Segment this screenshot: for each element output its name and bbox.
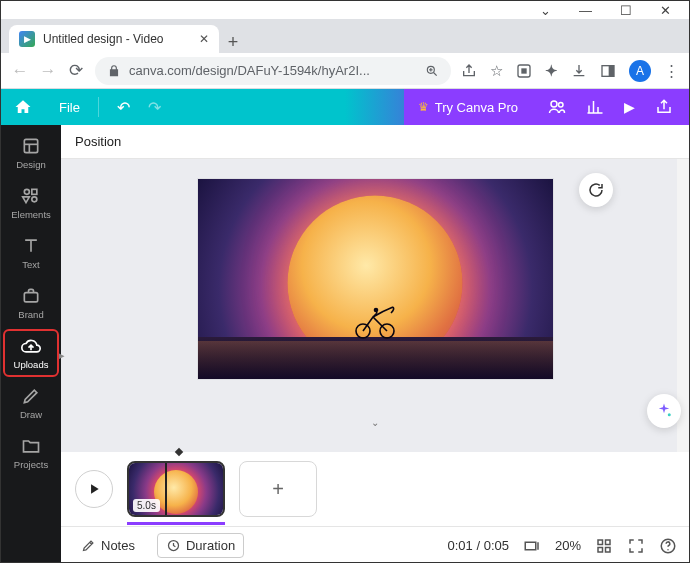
home-icon (14, 98, 32, 116)
duration-label: Duration (186, 538, 235, 553)
context-toolbar: Position (61, 125, 689, 159)
extension1-icon[interactable] (516, 63, 532, 79)
nav-back-icon[interactable]: ← (11, 61, 29, 81)
sidebar-item-text[interactable]: Text (3, 229, 59, 277)
address-bar[interactable]: canva.com/design/DAFuY-1594k/hyAr2I... (95, 57, 451, 85)
sidebar-item-label: Elements (11, 209, 51, 220)
fullscreen-icon[interactable] (627, 537, 645, 555)
bottom-bar: Notes Duration 0:01 / 0:05 20% (61, 526, 689, 563)
svg-rect-26 (606, 540, 611, 545)
timeline-clip[interactable]: 5.0s (127, 461, 225, 517)
sidebar-item-draw[interactable]: Draw (3, 379, 59, 427)
canvas-area[interactable]: ⌄ ▸ (61, 159, 689, 452)
sidebar-item-label: Brand (18, 309, 43, 320)
window-minimize-icon[interactable]: ― (579, 3, 592, 18)
clip-selection-underline (127, 522, 225, 525)
duration-button[interactable]: Duration (157, 533, 244, 558)
sidebar-item-uploads[interactable]: Uploads (3, 329, 59, 377)
text-icon (21, 236, 41, 256)
side-panel: Design Elements Text Brand Uploads Draw … (1, 125, 61, 563)
sidebar-item-projects[interactable]: Projects (3, 429, 59, 477)
sidebar-item-label: Draw (20, 409, 42, 420)
play-icon (87, 482, 101, 496)
refresh-icon (587, 181, 605, 199)
svg-marker-15 (23, 197, 30, 203)
collapse-handle-icon[interactable]: ⌄ (355, 417, 395, 428)
svg-point-20 (374, 308, 379, 313)
svg-point-8 (551, 101, 557, 107)
svg-rect-23 (525, 542, 536, 550)
regenerate-button[interactable] (579, 173, 613, 207)
profile-avatar[interactable]: A (629, 60, 651, 82)
caret-down-icon: ⌄ (540, 3, 551, 18)
sidebar-item-label: Projects (14, 459, 48, 470)
undo-icon[interactable]: ↶ (117, 98, 130, 117)
svg-point-21 (668, 413, 671, 416)
collaborators-icon[interactable] (548, 98, 566, 116)
browser-tab[interactable]: ▶ Untitled design - Video ✕ (9, 25, 219, 53)
grid-view-icon[interactable] (595, 537, 613, 555)
video-canvas[interactable] (198, 179, 553, 379)
sidebar-item-label: Text (22, 259, 39, 270)
pages-view-icon[interactable] (523, 537, 541, 555)
briefcase-icon (21, 286, 41, 306)
svg-point-16 (32, 197, 37, 202)
svg-rect-28 (606, 547, 611, 552)
svg-rect-14 (32, 189, 37, 194)
timeline[interactable]: 5.0s + (61, 452, 689, 526)
svg-point-13 (24, 189, 29, 194)
notes-button[interactable]: Notes (73, 534, 143, 557)
analytics-icon[interactable] (586, 98, 604, 116)
position-button[interactable]: Position (75, 134, 121, 149)
zoom-level[interactable]: 20% (555, 538, 581, 553)
lock-icon (107, 64, 121, 78)
window-close-icon[interactable]: ✕ (660, 3, 671, 18)
add-page-button[interactable]: + (239, 461, 317, 517)
clip-duration-label: 5.0s (133, 499, 160, 512)
notes-label: Notes (101, 538, 135, 553)
kebab-menu-icon[interactable]: ⋮ (664, 62, 679, 80)
svg-rect-17 (24, 293, 37, 302)
home-button[interactable] (1, 98, 45, 116)
timeline-play-button[interactable] (75, 470, 113, 508)
share-top-icon[interactable] (655, 98, 673, 116)
download-icon[interactable] (571, 63, 587, 79)
time-display: 0:01 / 0:05 (448, 538, 509, 553)
sidepanel-icon[interactable] (600, 63, 616, 79)
sidebar-item-elements[interactable]: Elements (3, 179, 59, 227)
try-canva-pro-button[interactable]: ♛ Try Canva Pro (404, 89, 532, 125)
sidebar-item-label: Uploads (14, 359, 49, 370)
svg-rect-5 (521, 68, 526, 73)
file-menu[interactable]: File (45, 100, 94, 115)
svg-line-1 (434, 72, 437, 75)
expand-left-icon[interactable]: ▸ (59, 349, 65, 362)
shapes-icon (21, 186, 41, 206)
template-icon (21, 136, 41, 156)
sidebar-item-brand[interactable]: Brand (3, 279, 59, 327)
notes-icon (81, 538, 96, 553)
puzzle-icon[interactable]: ✦ (545, 62, 558, 80)
svg-rect-10 (24, 139, 37, 152)
bookmark-icon[interactable]: ☆ (490, 62, 503, 80)
play-icon[interactable]: ▶ (624, 99, 635, 115)
window-maximize-icon[interactable]: ☐ (620, 3, 632, 18)
url-text: canva.com/design/DAFuY-1594k/hyAr2I... (129, 63, 417, 78)
nav-forward-icon[interactable]: → (39, 61, 57, 81)
new-tab-button[interactable]: + (219, 32, 247, 53)
zoom-icon[interactable] (425, 64, 439, 78)
browser-tabstrip: ▶ Untitled design - Video ✕ + (1, 19, 689, 53)
divider (98, 97, 99, 117)
try-pro-label: Try Canva Pro (435, 100, 518, 115)
browser-toolbar: ← → ⟳ canva.com/design/DAFuY-1594k/hyAr2… (1, 53, 689, 89)
nav-reload-icon[interactable]: ⟳ (67, 60, 85, 81)
share-icon[interactable] (461, 63, 477, 79)
playhead[interactable] (165, 461, 167, 517)
canva-topbar: File ↶ ↷ ♛ Try Canva Pro ▶ (1, 89, 689, 125)
sparkle-icon (655, 402, 673, 420)
svg-rect-25 (598, 540, 603, 545)
magic-button[interactable] (647, 394, 681, 428)
tab-close-icon[interactable]: ✕ (199, 32, 209, 46)
help-icon[interactable] (659, 537, 677, 555)
redo-icon[interactable]: ↷ (148, 98, 161, 117)
sidebar-item-design[interactable]: Design (3, 129, 59, 177)
